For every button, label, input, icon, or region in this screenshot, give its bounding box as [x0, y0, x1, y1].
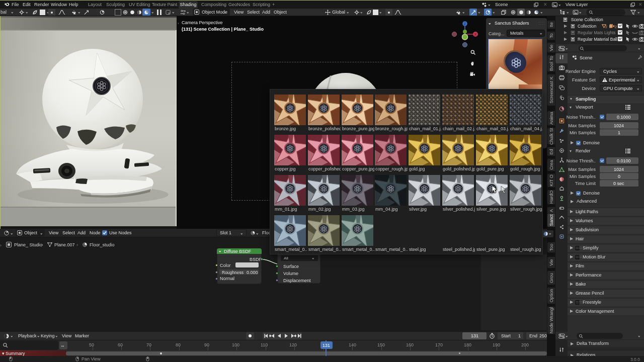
- svg-text:X: X: [474, 33, 477, 36]
- svg-text:Z: Z: [464, 22, 466, 26]
